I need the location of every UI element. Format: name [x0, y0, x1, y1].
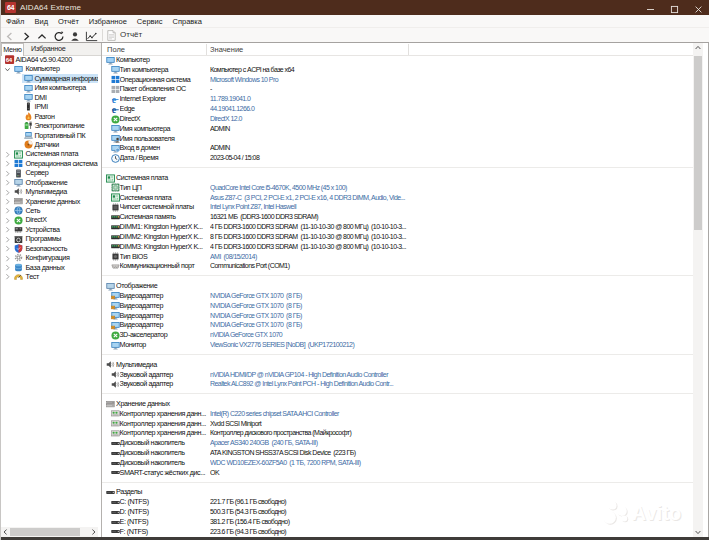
field-value[interactable]: Intel(R) C220 series chipset SATA AHCI C… — [210, 409, 690, 419]
chevron-right-icon[interactable] — [4, 235, 11, 244]
field-value[interactable]: DirectX 12.0 — [210, 114, 690, 124]
chevron-right-icon[interactable] — [4, 188, 11, 197]
table-row[interactable]: ВидеоадаптерNVIDIA GeForce GTX 1070 (8 Г… — [102, 291, 693, 301]
table-row[interactable]: DirectXDirectX 12.0 — [102, 114, 693, 124]
table-row[interactable]: C: (NTFS)221.7 ГБ (96.1 ГБ свободно) — [102, 497, 693, 507]
field-value[interactable]: 44.19041.1266.0 — [210, 104, 690, 114]
back-button[interactable] — [2, 28, 18, 42]
field-value[interactable]: Apacer AS340 240GB (240 ГБ, SATA-III) — [210, 438, 690, 448]
chevron-right-icon[interactable] — [4, 216, 11, 225]
table-row[interactable]: Дата / Время2023-05-04 / 15:08 — [102, 153, 693, 163]
tree-item[interactable]: Операционная система — [1, 159, 98, 168]
tree-item[interactable]: Хранение данных — [1, 197, 98, 206]
table-row[interactable]: E: (NTFS)381.2 ГБ (156.4 ГБ свободно) — [102, 517, 693, 527]
tree-item[interactable]: 64AIDA64 v5.90.4200 — [1, 55, 98, 64]
close-button[interactable] — [686, 0, 709, 15]
table-row[interactable]: Контроллер хранения данн...Контроллер ди… — [102, 428, 693, 438]
table-row[interactable]: Звуковой адаптерnVIDIA HDMI/DP @ nVIDIA … — [102, 370, 693, 380]
section-header-row[interactable]: Системная плата — [102, 173, 693, 183]
tree-item[interactable]: Безопасность — [1, 244, 98, 253]
column-separator[interactable] — [206, 44, 207, 55]
field-value[interactable]: 11.789.19041.0 — [210, 94, 690, 104]
table-row[interactable]: DIMM1: Kingston HyperX K...4 ГБ DDR3-160… — [102, 222, 693, 232]
horizontal-scroll-thumb[interactable] — [10, 528, 80, 536]
table-row[interactable]: eInternet Explorer11.789.19041.0 — [102, 94, 693, 104]
menu-item-4[interactable]: Избранное — [84, 15, 132, 27]
table-row[interactable]: Дисковый накопительWDC WD10EZEX-60ZF5A0 … — [102, 458, 693, 468]
table-row[interactable]: Чипсет системной платыIntel Lynx Point Z… — [102, 202, 693, 212]
field-value[interactable]: Asus Z87-C (3 PCI, 2 PCI-E x1, 2 PCI-E x… — [210, 193, 690, 203]
tree-item[interactable]: Имя компьютера — [1, 83, 98, 92]
field-value[interactable]: nVIDIA HDMI/DP @ nVIDIA GP104 - High Def… — [210, 370, 690, 380]
chevron-right-icon[interactable] — [4, 254, 11, 263]
field-value[interactable]: AMI (08/15/2014) — [210, 252, 690, 262]
field-value[interactable]: nVIDIA GeForce GTX 1070 — [210, 330, 690, 340]
table-row[interactable]: DIMM3: Kingston HyperX K...4 ГБ DDR3-160… — [102, 242, 693, 252]
table-row[interactable]: SMART-статус жёстких дис...OK — [102, 468, 693, 478]
chevron-right-icon[interactable] — [4, 206, 11, 215]
field-value[interactable]: NVIDIA GeForce GTX 1070 (8 ГБ) — [210, 320, 690, 330]
forward-button[interactable] — [18, 28, 34, 42]
table-row[interactable]: ВидеоадаптерNVIDIA GeForce GTX 1070 (8 Г… — [102, 311, 693, 321]
tree-item[interactable]: Сервер — [1, 168, 98, 177]
table-row[interactable]: Имя компьютераADMIN — [102, 124, 693, 134]
scroll-down-icon[interactable] — [693, 527, 703, 537]
tree-item[interactable]: Компьютер — [1, 64, 98, 73]
tree-item[interactable]: Суммарная информация — [1, 74, 98, 83]
table-row[interactable]: Тип компьютераКомпьютер с ACPI на базе x… — [102, 65, 693, 75]
section-header-row[interactable]: Мультимедиа — [102, 360, 693, 370]
tree-item[interactable]: Конфигурация — [1, 253, 98, 262]
minimize-button[interactable] — [638, 0, 662, 15]
tree-item[interactable]: База данных — [1, 263, 98, 272]
tree-item[interactable]: Датчики — [1, 140, 98, 149]
section-header-row[interactable]: Компьютер — [102, 55, 693, 65]
chevron-right-icon[interactable] — [4, 272, 11, 281]
tree-item[interactable]: Тест — [1, 272, 98, 281]
table-row[interactable]: Тип ЦПQuadCore Intel Core i5-4670K, 4500… — [102, 183, 693, 193]
menu-item-5[interactable]: Сервис — [132, 15, 168, 27]
table-row[interactable]: Тип BIOSAMI (08/15/2014) — [102, 252, 693, 262]
field-value[interactable]: ViewSonic VX2776 SERIES [NoDB] (UKP17210… — [210, 340, 690, 350]
refresh-button[interactable] — [51, 28, 67, 42]
table-row[interactable]: Коммуникационный портCommunications Port… — [102, 261, 693, 271]
vertical-scrollbar[interactable] — [693, 43, 703, 537]
chevron-right-icon[interactable] — [4, 197, 11, 206]
chevron-right-icon[interactable] — [4, 150, 11, 159]
menu-item-6[interactable]: Справка — [168, 15, 207, 27]
chart-button[interactable] — [83, 28, 99, 42]
table-row[interactable]: F: (NTFS)223.6 ГБ (94.3 ГБ свободно) — [102, 527, 693, 537]
field-value[interactable]: NVIDIA GeForce GTX 1070 (8 ГБ) — [210, 291, 690, 301]
chevron-right-icon[interactable] — [4, 159, 11, 168]
tree-item[interactable]: Разгон — [1, 112, 98, 121]
chevron-right-icon[interactable] — [4, 244, 11, 253]
field-value[interactable]: NVIDIA GeForce GTX 1070 (8 ГБ) — [210, 311, 690, 321]
table-row[interactable]: 3D-акселераторnVIDIA GeForce GTX 1070 — [102, 330, 693, 340]
user-button[interactable] — [67, 28, 83, 42]
chevron-right-icon[interactable] — [4, 178, 11, 187]
table-row[interactable]: Пакет обновления ОС- — [102, 84, 693, 94]
menu-item-1[interactable]: Файл — [1, 15, 29, 27]
table-row[interactable]: Контроллер хранения данн...Xvdd SCSI Min… — [102, 419, 693, 429]
tree-item[interactable]: Портативный ПК — [1, 131, 98, 140]
tree-item[interactable]: Программы — [1, 234, 98, 243]
vertical-scroll-thumb[interactable] — [694, 56, 702, 230]
table-row[interactable]: eEdge44.19041.1266.0 — [102, 104, 693, 114]
table-row[interactable]: Контроллер хранения данн...Intel(R) C220… — [102, 409, 693, 419]
menu-item-2[interactable]: Вид — [29, 15, 53, 27]
tree-item[interactable]: Отображение — [1, 178, 98, 187]
field-value[interactable]: WDC WD10EZEX-60ZF5A0 (1 ТБ, 7200 RPM, SA… — [210, 458, 690, 468]
table-row[interactable]: Звуковой адаптерRealtek ALC892 @ Intel L… — [102, 379, 693, 389]
table-row[interactable]: D: (NTFS)500.3 ГБ (54.3 ГБ свободно) — [102, 507, 693, 517]
tree-item[interactable]: DMI — [1, 93, 98, 102]
table-row[interactable]: Дисковый накопительATA KINGSTON SHSS37A … — [102, 448, 693, 458]
tree-item[interactable]: Электропитание — [1, 121, 98, 130]
horizontal-scrollbar[interactable] — [1, 527, 98, 537]
table-row[interactable]: DIMM2: Kingston HyperX K...8 ГБ DDR3-160… — [102, 232, 693, 242]
section-header-row[interactable]: Отображение — [102, 281, 693, 291]
scroll-left-icon[interactable] — [1, 527, 10, 537]
table-row[interactable]: ВидеоадаптерNVIDIA GeForce GTX 1070 (8 Г… — [102, 301, 693, 311]
field-value[interactable]: NVIDIA GeForce GTX 1070 (8 ГБ) — [210, 301, 690, 311]
up-button[interactable] — [34, 28, 50, 42]
table-row[interactable]: Операционная системаMicrosoft Windows 10… — [102, 75, 693, 85]
tree-item[interactable]: IPMI — [1, 102, 98, 111]
